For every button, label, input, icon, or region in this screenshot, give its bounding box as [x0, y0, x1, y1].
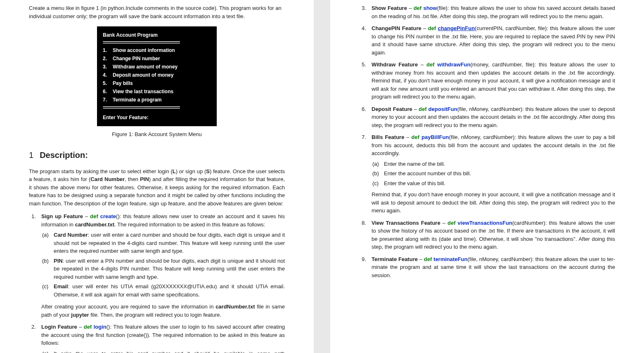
bills-remind: Remind that, if you don't have enough mo…	[372, 191, 615, 215]
feature-view-transactions: 8. View Transactions Feature – def viewT…	[359, 219, 615, 251]
intro-text: Create a menu like in figure 1 (in pytho…	[29, 4, 285, 20]
figure-menu-box: Bank Account Program ===================…	[97, 26, 217, 126]
feature-list-cont: 3. Show Feature – def show(file): this f…	[359, 4, 615, 279]
feature-list: 1. Sign up Feature – def create(): this …	[29, 212, 285, 353]
feature-terminate: 9. Terminate Feature – def terminateFun(…	[359, 255, 615, 280]
description-paragraph: The program starts by asking the user to…	[29, 167, 285, 208]
section-number: 1	[29, 151, 33, 160]
signup-after-note: After creating your account, you are req…	[41, 303, 285, 319]
page-left: Create a menu like in figure 1 (in pytho…	[0, 0, 314, 353]
feature-withdraw: 5. Withdraw Feature – def withdrawFun(mo…	[359, 61, 615, 101]
feature-bills: 7. Bills Feature – def payBillFun(file, …	[359, 133, 615, 215]
figure-title: Bank Account Program	[103, 31, 211, 39]
figure-sep-top: ===============================	[103, 39, 211, 46]
feature-bills-sublist: (a)Enter the name of the bill. (b)Enter …	[372, 160, 615, 188]
feature-login: 2. Login Feature – def login(): This fea…	[29, 323, 285, 353]
feature-deposit: 6. Deposit Feature – def depositFun(file…	[359, 105, 615, 129]
figure-sep-bottom: ===============================	[103, 104, 211, 111]
section-title: Description:	[40, 151, 88, 160]
page-right: 3. Show Feature – def show(file): this f…	[330, 0, 644, 353]
figure-caption: Figure 1: Bank Account System Menu	[29, 130, 285, 139]
figure-prompt: Enter Your Feature:	[103, 114, 211, 121]
feature-show: 3. Show Feature – def show(file): this f…	[359, 4, 615, 20]
section-heading: 1Description:	[29, 149, 285, 161]
page-divider	[314, 0, 330, 353]
feature-signup: 1. Sign up Feature – def create(): this …	[29, 212, 285, 319]
feature-login-sublist: (a)It asks the user to enter his card nu…	[41, 350, 285, 353]
feature-signup-sublist: (a)Card Number: user will enter a card n…	[41, 231, 285, 299]
feature-changepin: 4. ChangePIN Feature – def changePinFun(…	[359, 24, 615, 56]
